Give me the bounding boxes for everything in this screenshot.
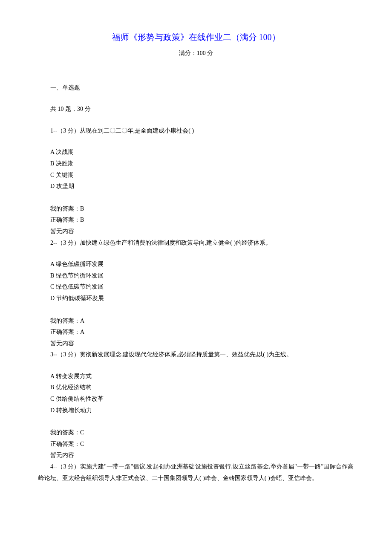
- spacer: [38, 361, 354, 371]
- section-sub: 共 10 题，30 分: [38, 104, 354, 115]
- q4-stem: 4--（3 分）实施共建"一带一路"倡议,发起创办亚洲基础设施投资银行,设立丝路…: [38, 461, 354, 484]
- q2-answers: 我的答案：A 正确答案：A 暂无内容: [38, 315, 354, 350]
- q3-option-c: C 供给侧结构性改革: [38, 393, 354, 405]
- q2-option-b: B 绿色节约循环发展: [38, 270, 354, 282]
- q2-correct-answer: 正确答案：A: [38, 327, 354, 338]
- section-header: 一、单选题: [38, 82, 354, 94]
- q1-note: 暂无内容: [38, 226, 354, 237]
- q1-stem: 1--（3 分）从现在到二〇二〇年,是全面建成小康社会( ): [38, 125, 354, 137]
- q2-note: 暂无内容: [38, 338, 354, 350]
- q2-option-c: C 绿色低碳节约发展: [38, 281, 354, 293]
- q3-option-d: D 转换增长动力: [38, 405, 354, 416]
- q3-option-b: B 优化经济结构: [38, 382, 354, 393]
- q1-option-c: C 关键期: [38, 170, 354, 181]
- q1-option-a: A 决战期: [38, 147, 354, 158]
- q3-options: A 转变发展方式 B 优化经济结构 C 供给侧结构性改革 D 转换增长动力: [38, 371, 354, 416]
- q4-text: 4--（3 分）实施共建"一带一路"倡议,发起创办亚洲基础设施投资银行,设立丝路…: [38, 461, 354, 484]
- page-subtitle: 满分：100 分: [38, 48, 354, 59]
- q1-correct-answer: 正确答案：B: [38, 214, 354, 226]
- q2-options: A 绿色低碳循环发展 B 绿色节约循环发展 C 绿色低碳节约发展 D 节约低碳循…: [38, 259, 354, 304]
- q1-option-b: B 决胜期: [38, 158, 354, 170]
- q3-note: 暂无内容: [38, 450, 354, 461]
- q3-correct-answer: 正确答案：C: [38, 439, 354, 450]
- q3-my-answer: 我的答案：C: [38, 427, 354, 439]
- q1-option-d: D 攻坚期: [38, 181, 354, 192]
- spacer: [38, 249, 354, 259]
- q2-option-a: A 绿色低碳循环发展: [38, 259, 354, 270]
- q2-option-d: D 节约低碳循环发展: [38, 293, 354, 304]
- q3-option-a: A 转变发展方式: [38, 371, 354, 382]
- q1-options: A 决战期 B 决胜期 C 关键期 D 攻坚期: [38, 147, 354, 192]
- q2-my-answer: 我的答案：A: [38, 315, 354, 327]
- q1-my-answer: 我的答案：B: [38, 203, 354, 215]
- q3-stem: 3--（3 分）贯彻新发展理念,建设现代化经济体系,必须坚持质量第一、效益优先,…: [38, 349, 354, 361]
- page-title: 福师《形势与政策》在线作业二（满分 100）: [38, 29, 354, 45]
- q2-stem: 2--（3 分）加快建立绿色生产和消费的法律制度和政策导向,建立健全( )的经济…: [38, 237, 354, 249]
- q3-answers: 我的答案：C 正确答案：C 暂无内容: [38, 427, 354, 461]
- q1-answers: 我的答案：B 正确答案：B 暂无内容: [38, 203, 354, 237]
